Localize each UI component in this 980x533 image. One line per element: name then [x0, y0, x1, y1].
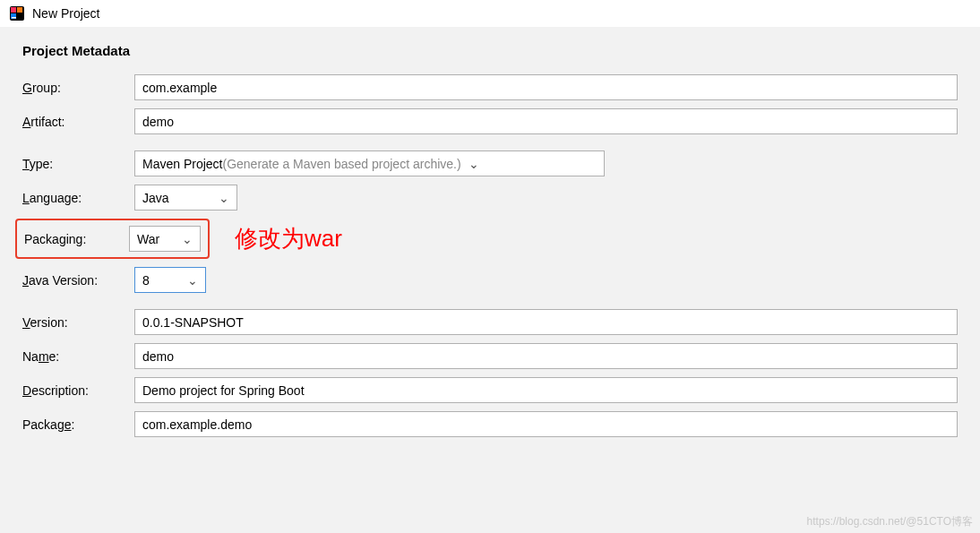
- java-version-select[interactable]: 8 ⌄: [134, 267, 206, 293]
- window-title: New Project: [32, 6, 99, 21]
- packaging-value: War: [137, 232, 159, 246]
- annotation-text: 修改为war: [235, 223, 342, 254]
- description-label: Description:: [22, 383, 134, 398]
- group-input[interactable]: [134, 74, 958, 100]
- svg-rect-2: [17, 7, 22, 13]
- name-label: Name:: [22, 349, 134, 364]
- intellij-icon: [9, 5, 25, 21]
- artifact-label: Artifact:: [22, 115, 134, 129]
- chevron-down-icon: ⌄: [187, 273, 198, 288]
- name-row: Name:: [22, 343, 958, 369]
- language-select[interactable]: Java ⌄: [134, 185, 237, 211]
- java-version-label: Java Version:: [22, 273, 134, 288]
- chevron-down-icon: ⌄: [219, 191, 229, 205]
- description-row: Description:: [22, 377, 958, 403]
- version-label: Version:: [22, 315, 134, 330]
- packaging-label: Packaging:: [24, 232, 129, 246]
- java-version-row: Java Version: 8 ⌄: [22, 267, 958, 293]
- language-value: Java: [142, 191, 169, 205]
- svg-rect-1: [11, 7, 16, 13]
- name-input[interactable]: [134, 343, 958, 369]
- description-input[interactable]: [134, 377, 958, 403]
- type-row: Type: Maven Project (Generate a Maven ba…: [22, 150, 958, 176]
- package-input[interactable]: [134, 411, 958, 437]
- packaging-row: Packaging: War ⌄ 修改为war: [22, 219, 958, 259]
- title-bar: New Project: [0, 0, 980, 27]
- version-row: Version:: [22, 309, 958, 335]
- version-input[interactable]: [134, 309, 958, 335]
- package-row: Package:: [22, 411, 958, 437]
- java-version-value: 8: [142, 273, 150, 288]
- chevron-down-icon: ⌄: [469, 157, 479, 171]
- packaging-select[interactable]: War ⌄: [129, 226, 201, 252]
- content-area: Project Metadata Group: Artifact: Type: …: [0, 27, 980, 533]
- package-label: Package:: [22, 417, 134, 432]
- watermark: https://blog.csdn.net/@51CTO博客: [807, 514, 973, 529]
- artifact-row: Artifact:: [22, 108, 958, 134]
- artifact-input[interactable]: [134, 108, 958, 134]
- type-label: Type:: [22, 157, 134, 171]
- type-select[interactable]: Maven Project (Generate a Maven based pr…: [134, 150, 605, 176]
- chevron-down-icon: ⌄: [182, 232, 193, 246]
- group-row: Group:: [22, 74, 958, 100]
- language-row: Language: Java ⌄: [22, 185, 958, 211]
- packaging-highlight: Packaging: War ⌄: [15, 219, 210, 259]
- group-label: Group:: [22, 81, 134, 95]
- type-value: Maven Project: [142, 157, 222, 171]
- section-title: Project Metadata: [22, 43, 958, 58]
- language-label: Language:: [22, 191, 134, 205]
- type-hint: (Generate a Maven based project archive.…: [222, 157, 460, 171]
- svg-rect-4: [12, 17, 16, 19]
